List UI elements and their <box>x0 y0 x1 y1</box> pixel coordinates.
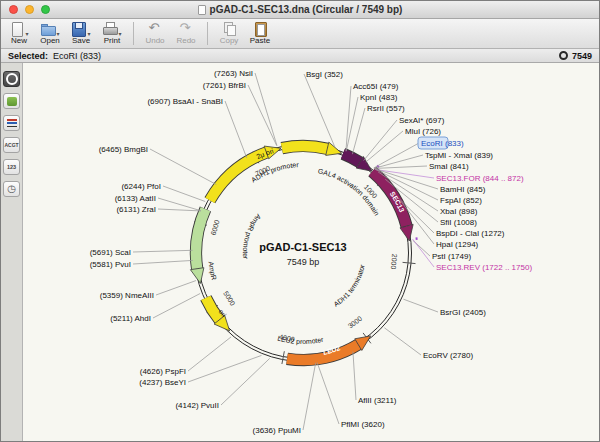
sidebar-tab-map[interactable] <box>3 71 20 87</box>
map-canvas[interactable]: 10002000300040005000600070002μ oriADH1 p… <box>23 63 599 441</box>
chevron-down-icon[interactable] <box>86 20 90 38</box>
enzyme-label[interactable]: TspMI - XmaI (839) <box>425 151 493 160</box>
enzyme-label[interactable]: (5359) NmeAIII <box>100 291 154 300</box>
enzyme-label[interactable]: (3636) PpuMI <box>253 426 301 435</box>
enzyme-leader-line <box>413 239 434 267</box>
sidebar-tab-sequence[interactable] <box>3 93 20 109</box>
enzyme-label[interactable]: (6244) PfoI <box>121 182 161 191</box>
redo-button-label: Redo <box>176 36 195 45</box>
enzyme-label[interactable]: (6131) ZraI <box>116 205 156 214</box>
enzyme-leader-line <box>163 186 205 202</box>
enzyme-label[interactable]: PstI (1749) <box>432 252 471 261</box>
save-button[interactable]: Save <box>69 21 93 45</box>
view-sidebar: ACGT 123 <box>1 63 23 441</box>
minimize-window-button[interactable] <box>25 5 34 14</box>
sidebar-tab-history[interactable] <box>3 181 20 197</box>
chevron-down-icon[interactable] <box>117 20 121 38</box>
primer-label[interactable]: SEC13.REV (1722 .. 1750) <box>436 263 532 272</box>
undo-button[interactable]: Undo <box>143 21 167 45</box>
enzyme-label[interactable]: RsrII (557) <box>367 104 405 113</box>
paste-button[interactable]: Paste <box>248 21 272 45</box>
enzyme-label[interactable]: SfiI (1008) <box>440 218 477 227</box>
enzyme-label[interactable]: BspDI - ClaI (1272) <box>436 229 505 238</box>
feature-arrowhead[interactable] <box>190 268 203 284</box>
primer-label[interactable]: SEC13.FOR (844 .. 872) <box>436 174 524 183</box>
enzyme-label[interactable]: BsgI (352) <box>306 70 343 79</box>
enzyme-label[interactable]: (6133) AatII <box>115 194 156 203</box>
enzyme-label[interactable]: (4237) BseYI <box>139 378 186 387</box>
zoom-window-button[interactable] <box>41 5 50 14</box>
open-button[interactable]: Open <box>38 21 62 45</box>
numbers-icon: 123 <box>7 164 16 170</box>
enzyme-leader-line <box>221 358 270 405</box>
enzyme-label[interactable]: Acc65I (479) <box>353 82 399 91</box>
window-titlebar[interactable]: pGAD-C1-SEC13.dna (Circular / 7549 bp) <box>1 1 599 19</box>
copy-button[interactable]: Copy <box>217 21 241 45</box>
redo-arrow-icon <box>179 22 194 36</box>
window-title: pGAD-C1-SEC13.dna (Circular / 7549 bp) <box>1 4 599 15</box>
enzyme-label[interactable]: MluI (726) <box>405 127 441 136</box>
enzyme-leader-line <box>248 85 277 146</box>
enzyme-label[interactable]: (7263) NsiI <box>214 69 253 78</box>
enzyme-leader-line <box>156 281 196 295</box>
sidebar-tab-enzymes[interactable] <box>3 115 20 131</box>
enzyme-label[interactable]: (5211) AhdI <box>110 314 151 323</box>
chevron-down-icon[interactable] <box>55 20 59 38</box>
close-window-button[interactable] <box>9 5 18 14</box>
enzyme-leader-line <box>133 260 193 264</box>
traffic-lights <box>1 5 50 14</box>
enzyme-leader-line <box>188 337 231 371</box>
enzyme-label[interactable]: HpaI (1294) <box>436 240 479 249</box>
enzyme-label[interactable]: EcoRV (2780) <box>423 351 473 360</box>
enzyme-label[interactable]: (4142) PvuII <box>175 401 219 410</box>
print-button[interactable]: Print <box>100 21 124 45</box>
enzyme-label[interactable]: XbaI (898) <box>440 207 478 216</box>
toolbar-separator <box>207 22 208 45</box>
plasmid-map[interactable]: 10002000300040005000600070002μ oriADH1 p… <box>23 63 600 442</box>
enzyme-label[interactable]: (5691) ScaI <box>90 248 131 257</box>
save-button-label: Save <box>72 36 90 45</box>
enzyme-label[interactable]: SmaI (841) <box>429 162 469 171</box>
enzyme-label[interactable]: BsrGI (2405) <box>440 308 486 317</box>
enzyme-leader-line <box>153 293 200 318</box>
new-button[interactable]: New <box>7 21 31 45</box>
enzyme-label[interactable]: AflII (3211) <box>358 396 397 405</box>
sidebar-tab-features[interactable]: ACGT <box>3 137 20 153</box>
enzyme-label[interactable]: (6907) BsaAI - SnaBI <box>147 97 223 106</box>
new-button-label: New <box>11 36 27 45</box>
enzyme-leader-line <box>304 74 335 147</box>
enzyme-label[interactable]: BamHI (845) <box>440 185 486 194</box>
enzyme-label[interactable]: FspAI (852) <box>440 196 482 205</box>
enzyme-label[interactable]: EcoRI (833) <box>421 139 464 148</box>
scale-tick <box>403 262 416 263</box>
save-disk-icon <box>71 22 86 36</box>
open-folder-icon <box>40 22 55 36</box>
paste-button-label: Paste <box>250 36 270 45</box>
scale-tick-label: 6000 <box>210 219 221 236</box>
total-bp: 7549 <box>572 51 592 61</box>
enzyme-leader-line <box>158 198 201 211</box>
scale-tick-label: 3000 <box>347 315 364 330</box>
enzyme-label[interactable]: KpnI (483) <box>360 93 398 102</box>
enzyme-leader-line <box>374 143 419 168</box>
feature-arrow[interactable] <box>282 146 327 149</box>
selection-label: Selected: <box>8 51 48 61</box>
chevron-down-icon[interactable] <box>24 20 28 38</box>
enzyme-leader-line <box>150 149 216 185</box>
feature-arrow[interactable] <box>206 298 220 320</box>
enzyme-label[interactable]: SexAI* (697) <box>399 116 445 125</box>
feature-arrow[interactable] <box>196 209 205 269</box>
enzyme-leader-line <box>317 363 339 424</box>
plasmid-size: 7549 bp <box>287 257 320 267</box>
enzyme-label[interactable]: (6465) BmgBI <box>99 145 148 154</box>
enzyme-label[interactable]: (4626) PspFI <box>140 367 186 376</box>
enzyme-label[interactable]: (5581) PvuI <box>90 260 131 269</box>
print-button-label: Print <box>104 36 120 45</box>
redo-button[interactable]: Redo <box>174 21 198 45</box>
enzyme-label[interactable]: PflMI (3620) <box>341 420 385 429</box>
enzyme-label[interactable]: (7261) BfrBI <box>203 81 246 90</box>
sidebar-tab-primers[interactable]: 123 <box>3 159 20 175</box>
enzyme-leader-line <box>303 363 316 430</box>
window-title-text: pGAD-C1-SEC13.dna (Circular / 7549 bp) <box>210 4 403 15</box>
printer-icon <box>102 22 117 36</box>
